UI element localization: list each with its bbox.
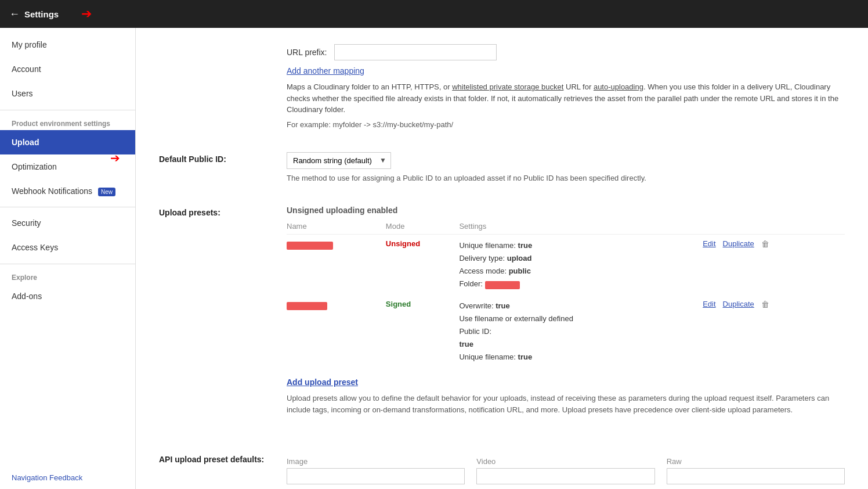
- api-image-input[interactable]: [287, 468, 465, 484]
- preset-2-mode: Signed: [386, 295, 460, 368]
- back-button[interactable]: ← Settings: [9, 8, 59, 20]
- upload-presets-section: Upload presets: Unsigned uploading enabl…: [159, 199, 845, 430]
- default-public-id-content: Random string (default) File name Custom…: [287, 152, 845, 182]
- mapping-example: For example: myfolder -> s3://my-bucket/…: [287, 120, 845, 129]
- api-image-label: Image: [287, 457, 465, 466]
- sidebar-item-optimization[interactable]: Optimization: [0, 154, 135, 179]
- sidebar: ➔ My profile Account Users Product envir…: [0, 28, 136, 489]
- preset-2-actions: Edit Duplicate 🗑: [703, 295, 845, 368]
- preset-1-delete-icon[interactable]: 🗑: [761, 239, 769, 249]
- folder-redacted: [485, 281, 520, 289]
- api-col-video: Video: [476, 457, 654, 484]
- sidebar-item-account[interactable]: Account: [0, 57, 135, 81]
- annotation-arrow: ➔: [81, 6, 92, 21]
- default-public-id-label: Default Public ID:: [159, 152, 287, 182]
- col-name: Name: [287, 222, 386, 235]
- add-mapping-link[interactable]: Add another mapping: [287, 66, 364, 75]
- preset-2-settings: Overwrite: true Use filename or external…: [459, 295, 703, 368]
- api-upload-defaults-section: API upload preset defaults: Image Video …: [159, 445, 845, 484]
- public-id-select-wrapper: Random string (default) File name Custom…: [287, 152, 391, 169]
- col-mode: Mode: [386, 222, 460, 235]
- add-upload-preset-link[interactable]: Add upload preset: [287, 377, 845, 387]
- presets-header: Unsigned uploading enabled: [287, 206, 845, 215]
- settings-title: Settings: [24, 9, 59, 19]
- sidebar-item-access-keys[interactable]: Access Keys: [0, 235, 135, 260]
- api-col-image: Image: [287, 457, 465, 484]
- main-content: URL prefix: Add another mapping Maps a C…: [136, 28, 868, 489]
- navigation-feedback-link[interactable]: Navigation Feedback: [12, 473, 82, 482]
- preset-2-name: [287, 295, 386, 368]
- sidebar-item-my-profile[interactable]: My profile: [0, 33, 135, 57]
- api-video-label: Video: [476, 457, 654, 466]
- sidebar-divider-2: [0, 207, 135, 207]
- url-prefix-row: URL prefix:: [287, 44, 845, 60]
- public-id-select[interactable]: Random string (default) File name Custom: [287, 152, 391, 169]
- api-upload-defaults-content: Image Video Raw: [287, 452, 845, 484]
- preset-1-mode: Unsigned: [386, 234, 460, 295]
- url-prefix-section-label: [159, 44, 287, 129]
- public-id-description: The method to use for assigning a Public…: [287, 174, 845, 182]
- content-area: URL prefix: Add another mapping Maps a C…: [136, 28, 868, 489]
- preset-2-edit[interactable]: Edit: [703, 300, 715, 308]
- url-prefix-input[interactable]: [334, 44, 497, 60]
- presets-table: Name Mode Settings: [287, 222, 845, 369]
- sidebar-item-users[interactable]: Users: [0, 81, 135, 106]
- sidebar-section-explore: Explore: [0, 268, 135, 284]
- preset-1-edit[interactable]: Edit: [703, 239, 715, 248]
- url-prefix-content: URL prefix: Add another mapping Maps a C…: [287, 44, 845, 129]
- preset-name-redacted-2: [287, 302, 327, 310]
- presets-description: Upload presets allow you to define the d…: [287, 393, 845, 415]
- preset-2-delete-icon[interactable]: 🗑: [761, 300, 769, 309]
- col-actions: [703, 222, 845, 235]
- sidebar-item-add-ons[interactable]: Add-ons: [0, 284, 135, 308]
- sidebar-divider-3: [0, 264, 135, 264]
- preset-1-actions: Edit Duplicate 🗑: [703, 234, 845, 295]
- preset-1-settings: Unique filename: true Delivery type: upl…: [459, 234, 703, 295]
- upload-presets-content: Unsigned uploading enabled Name Mode Set…: [287, 206, 845, 430]
- table-row: Unsigned Unique filename: true Delivery …: [287, 234, 845, 295]
- preset-name-redacted: [287, 242, 333, 250]
- api-defaults-columns: Image Video Raw: [287, 457, 845, 484]
- preset-2-duplicate[interactable]: Duplicate: [723, 300, 754, 308]
- preset-1-name: [287, 234, 386, 295]
- default-public-id-section: Default Public ID: Random string (defaul…: [159, 145, 845, 182]
- upload-presets-label: Upload presets:: [159, 206, 287, 430]
- sidebar-item-webhook[interactable]: Webhook Notifications New: [0, 179, 135, 203]
- layout: ➔ My profile Account Users Product envir…: [0, 28, 868, 489]
- sidebar-section-product-env: Product environment settings: [0, 114, 135, 130]
- mapping-info: Maps a Cloudinary folder to an HTTP, HTT…: [287, 81, 845, 116]
- mode-unsigned: Unsigned: [386, 239, 420, 248]
- col-settings: Settings: [459, 222, 703, 235]
- api-raw-label: Raw: [667, 457, 845, 466]
- url-prefix-label: URL prefix:: [287, 48, 327, 57]
- badge-new: New: [98, 188, 115, 196]
- preset-1-duplicate[interactable]: Duplicate: [723, 239, 754, 248]
- topbar: ← Settings ➔: [0, 0, 868, 28]
- url-prefix-section: URL prefix: Add another mapping Maps a C…: [159, 37, 845, 129]
- sidebar-footer: Navigation Feedback: [0, 466, 135, 489]
- mode-signed: Signed: [386, 300, 411, 308]
- api-upload-defaults-label: API upload preset defaults:: [159, 452, 287, 484]
- api-video-input[interactable]: [476, 468, 654, 484]
- sidebar-divider-1: [0, 110, 135, 110]
- sidebar-item-security[interactable]: Security: [0, 211, 135, 235]
- api-col-raw: Raw: [667, 457, 845, 484]
- api-raw-input[interactable]: [667, 468, 845, 484]
- sidebar-item-upload[interactable]: Upload: [0, 130, 135, 154]
- back-arrow-icon: ←: [9, 8, 20, 20]
- table-row: Signed Overwrite: true Use filename or e…: [287, 295, 845, 368]
